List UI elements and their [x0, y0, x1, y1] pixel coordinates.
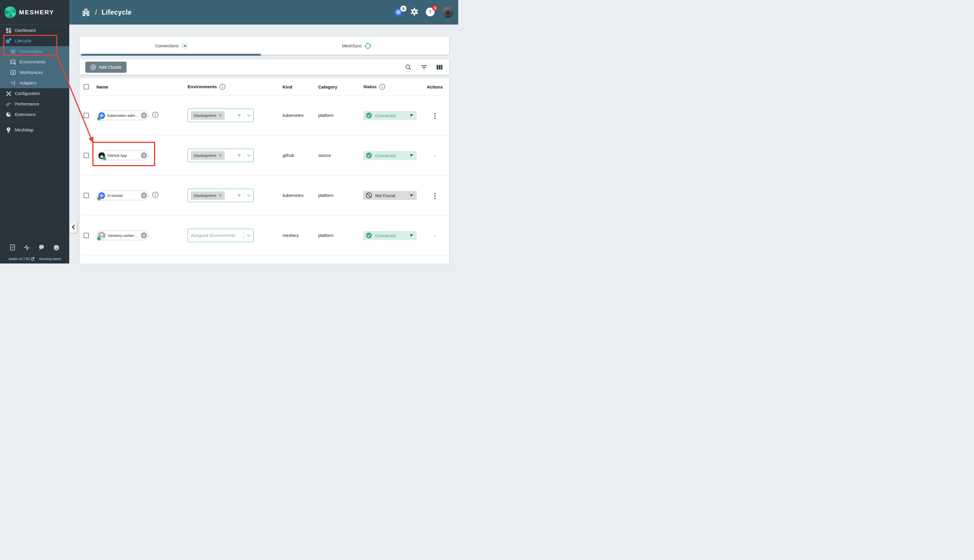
- clear-environments-icon[interactable]: ✕: [237, 193, 241, 198]
- status-label: Connected: [375, 153, 396, 158]
- table-toolbar: Add Cluster: [80, 59, 449, 75]
- filter-icon[interactable]: [420, 64, 427, 70]
- info-icon[interactable]: [379, 83, 385, 90]
- row-checkbox[interactable]: [83, 153, 89, 158]
- status-label: Connected: [375, 233, 396, 238]
- sidebar-nav: Dashboard Lifecycle: [0, 25, 69, 135]
- remove-environment-icon[interactable]: ✕: [219, 113, 222, 117]
- remove-connection-icon[interactable]: ✕: [141, 193, 147, 198]
- dropdown-arrow-icon: [410, 235, 413, 237]
- status-dot: [97, 117, 100, 120]
- connection-name-chip[interactable]: GitHub App ✕: [97, 151, 148, 160]
- sidebar-item-configuration[interactable]: Configuration: [0, 88, 69, 99]
- row-checkbox[interactable]: [83, 113, 89, 118]
- status-dropdown[interactable]: Connected: [363, 111, 417, 120]
- meshmap-pin-icon: [5, 127, 12, 133]
- github-icon[interactable]: [53, 245, 60, 252]
- remove-connection-icon[interactable]: ✕: [141, 152, 147, 158]
- sidebar-item-meshmap[interactable]: MeshMap: [0, 125, 69, 135]
- connections-mesh-icon: [10, 48, 17, 55]
- chevron-down-icon[interactable]: [247, 194, 251, 197]
- check-circle-icon: [366, 112, 372, 118]
- page-title: Lifecycle: [102, 8, 132, 17]
- chevron-down-icon[interactable]: [247, 154, 251, 157]
- remove-environment-icon[interactable]: ✕: [219, 153, 222, 157]
- connection-name-chip[interactable]: meshery-cerberus-0 ✕: [97, 231, 148, 240]
- environments-select[interactable]: Assigned Environments: [188, 229, 254, 242]
- chevron-down-icon[interactable]: [247, 114, 251, 117]
- row-checkbox[interactable]: [83, 193, 89, 198]
- connections-tabs: Connections MeshSync: [80, 37, 449, 55]
- sidebar-item-extensions[interactable]: Extensions: [0, 109, 69, 120]
- sidebar-item-environments[interactable]: Environments: [0, 57, 69, 67]
- sidebar-item-performance[interactable]: Performance: [0, 99, 69, 109]
- notification-count-badge: 1: [432, 5, 438, 11]
- user-avatar[interactable]: [442, 7, 454, 18]
- sidebar-item-dashboard[interactable]: Dashboard: [0, 25, 69, 36]
- discuss-icon[interactable]: [38, 245, 45, 252]
- collapse-sidebar-button[interactable]: [70, 221, 77, 233]
- environment-chip: Development ✕: [191, 191, 225, 200]
- sidebar-item-connections[interactable]: Connections: [0, 46, 69, 57]
- kind-value: meshery: [283, 233, 299, 238]
- info-icon[interactable]: [219, 83, 225, 90]
- column-status[interactable]: Status: [363, 84, 377, 89]
- active-tab-indicator: [81, 54, 261, 56]
- connection-name-chip[interactable]: kubernetes-admin... ✕: [97, 111, 148, 120]
- table-row: meshery-cerberus-0 ✕ Assigned Environmen…: [80, 216, 449, 256]
- brand-wordmark: MESHERY: [19, 9, 54, 16]
- status-dropdown[interactable]: Connected: [363, 151, 417, 160]
- tab-meshsync[interactable]: MeshSync: [265, 37, 449, 55]
- clear-environments-icon[interactable]: ✕: [237, 153, 241, 158]
- remove-connection-icon[interactable]: ✕: [141, 233, 147, 239]
- add-cluster-button[interactable]: Add Cluster: [85, 62, 127, 73]
- column-environments[interactable]: Environments: [188, 84, 217, 89]
- tab-connections[interactable]: Connections: [80, 37, 265, 55]
- remove-connection-icon[interactable]: ✕: [141, 112, 147, 118]
- slack-icon[interactable]: [24, 245, 30, 252]
- sidebar-item-adapters[interactable]: Adapters: [0, 78, 69, 88]
- info-icon[interactable]: [152, 192, 159, 198]
- organization-building-icon[interactable]: [82, 8, 90, 17]
- sidebar-item-lifecycle[interactable]: Lifecycle: [0, 36, 69, 46]
- remove-environment-icon[interactable]: ✕: [219, 193, 222, 197]
- kubernetes-context-switcher[interactable]: 5: [394, 8, 403, 17]
- status-dropdown[interactable]: Connected: [363, 231, 417, 240]
- connections-tab-icon: [181, 42, 189, 50]
- tab-label: MeshSync: [342, 43, 362, 48]
- clear-environments-icon[interactable]: ✕: [237, 113, 241, 118]
- environments-select[interactable]: Development ✕ ✕: [188, 109, 254, 122]
- sidebar-item-label: Workspaces: [20, 70, 43, 75]
- version-link[interactable]: stable-v0.7.83: [8, 257, 35, 260]
- kind-value: github: [283, 153, 294, 158]
- app-header: / Lifecycle 5 ! 1: [69, 0, 458, 25]
- search-icon[interactable]: [405, 64, 412, 71]
- docs-icon[interactable]: [10, 244, 15, 252]
- sidebar-item-workspaces[interactable]: Workspaces: [0, 67, 69, 78]
- status-label: Connected: [375, 113, 396, 118]
- brand-logo[interactable]: MESHERY: [0, 0, 69, 25]
- environments-select[interactable]: Development ✕ ✕: [188, 149, 254, 162]
- row-actions-menu[interactable]: [433, 112, 437, 120]
- breadcrumb: / Lifecycle: [82, 8, 132, 17]
- row-checkbox[interactable]: [83, 233, 89, 238]
- connection-name: in-cluster: [108, 193, 139, 198]
- settings-gear-icon[interactable]: [410, 8, 419, 17]
- tab-label: Connections: [155, 43, 178, 48]
- info-icon[interactable]: [152, 112, 159, 118]
- connection-name-chip[interactable]: in-cluster ✕: [97, 191, 148, 200]
- connections-table: Name Environments Kind Category Status A…: [80, 78, 449, 263]
- column-name[interactable]: Name: [97, 84, 108, 89]
- row-actions-menu[interactable]: [433, 192, 437, 200]
- environment-chip-label: Development: [194, 113, 216, 118]
- column-category[interactable]: Category: [318, 84, 337, 89]
- status-dropdown[interactable]: Not Found: [363, 191, 417, 200]
- select-all-checkbox[interactable]: [83, 84, 89, 89]
- environments-select[interactable]: Development ✕ ✕: [188, 189, 254, 202]
- column-kind[interactable]: Kind: [283, 84, 292, 89]
- notifications-button[interactable]: ! 1: [426, 8, 435, 17]
- environment-chip-label: Development: [194, 153, 216, 158]
- view-columns-icon[interactable]: [436, 64, 443, 70]
- chevron-down-icon[interactable]: [247, 234, 251, 237]
- sidebar-item-label: Environments: [20, 60, 46, 64]
